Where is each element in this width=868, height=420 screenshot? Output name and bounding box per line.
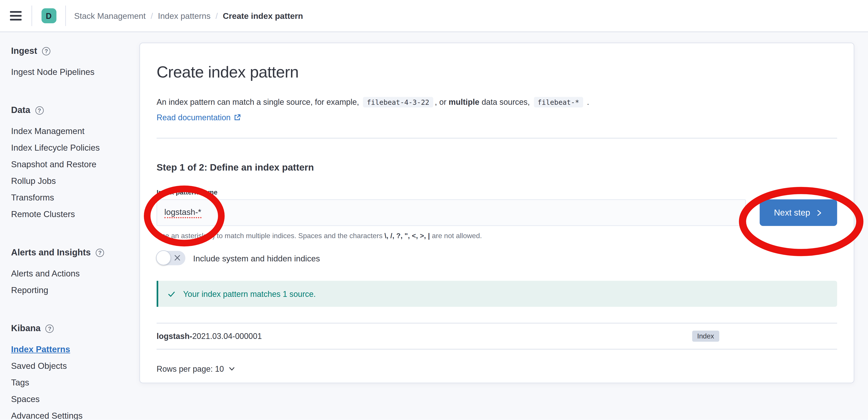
- sidebar-item-transforms[interactable]: Transforms: [11, 189, 140, 206]
- sidebar-section-title: Alerts and Insights: [11, 248, 91, 258]
- header-divider: [65, 5, 66, 26]
- code-example-wildcard: filebeat-*: [534, 97, 583, 108]
- sidebar-section-title: Ingest: [11, 46, 37, 56]
- index-pattern-input[interactable]: logstash-*: [157, 199, 746, 226]
- space-selector[interactable]: D: [32, 8, 65, 24]
- sidebar-item-reporting[interactable]: Reporting: [11, 282, 140, 299]
- sidebar-section-alerts-insights: Alerts and Insights ? Alerts and Actions…: [11, 247, 140, 299]
- code-example-single: filebeat-4-3-22: [363, 97, 433, 108]
- next-step-button[interactable]: Next step: [760, 199, 837, 226]
- matching-sources-table: logstash-2021.03.04-000001 Index: [157, 323, 837, 349]
- breadcrumb-separator: /: [216, 11, 218, 21]
- sidebar-item-spaces[interactable]: Spaces: [11, 391, 140, 408]
- create-index-pattern-panel: Create index pattern An index pattern ca…: [140, 43, 854, 384]
- index-pattern-form-row: logstash-* Next step: [157, 199, 837, 226]
- management-sidebar: Ingest ? Ingest Node Pipelines Data ? In…: [0, 32, 140, 420]
- read-documentation-label: Read documentation: [157, 113, 231, 122]
- app-header: D Stack Management / Index patterns / Cr…: [0, 0, 868, 32]
- rows-per-page-label: Rows per page: 10: [157, 364, 224, 373]
- sidebar-section-title: Data: [11, 105, 30, 115]
- check-icon: [167, 289, 176, 298]
- sidebar-item-snapshot-and-restore[interactable]: Snapshot and Restore: [11, 156, 140, 173]
- description-text: .: [585, 97, 589, 106]
- index-pattern-input-value: logstash-*: [164, 207, 202, 218]
- hamburger-icon: [10, 11, 22, 20]
- sidebar-item-advanced-settings[interactable]: Advanced Settings: [11, 408, 140, 420]
- sidebar-section-ingest: Ingest ? Ingest Node Pipelines: [11, 46, 140, 80]
- help-forbidden-chars: \, /, ?, ", <, >, |: [384, 231, 430, 240]
- space-avatar[interactable]: D: [41, 8, 56, 24]
- include-hidden-indices-toggle[interactable]: [157, 251, 185, 265]
- menu-button[interactable]: [0, 0, 32, 32]
- table-row[interactable]: logstash-2021.03.04-000001 Index: [157, 323, 837, 349]
- read-documentation-link[interactable]: Read documentation: [157, 113, 241, 122]
- cross-icon: [173, 254, 182, 262]
- help-icon[interactable]: ?: [35, 106, 43, 114]
- page-description: An index pattern can match a single sour…: [157, 96, 837, 109]
- sidebar-item-saved-objects[interactable]: Saved Objects: [11, 358, 140, 374]
- sidebar-item-ingest-node-pipelines[interactable]: Ingest Node Pipelines: [11, 64, 140, 80]
- input-help-text: Use an asterisk (*) to match multiple in…: [157, 231, 837, 240]
- sidebar-item-alerts-and-actions[interactable]: Alerts and Actions: [11, 265, 140, 282]
- help-icon[interactable]: ?: [96, 248, 104, 257]
- description-text: , or: [435, 97, 448, 106]
- help-text: Use an asterisk (: [157, 231, 210, 240]
- include-hidden-indices-row: Include system and hidden indices: [157, 251, 837, 265]
- external-link-icon: [234, 114, 241, 121]
- breadcrumb-stack-management[interactable]: Stack Management: [74, 11, 146, 21]
- sidebar-section-kibana: Kibana ? Index Patterns Saved Objects Ta…: [11, 323, 140, 420]
- sidebar-section-title: Kibana: [11, 324, 40, 333]
- sidebar-item-index-lifecycle-policies[interactable]: Index Lifecycle Policies: [11, 140, 140, 156]
- step-heading: Step 1 of 2: Define an index pattern: [157, 162, 837, 173]
- breadcrumb-index-patterns[interactable]: Index patterns: [158, 11, 211, 21]
- breadcrumb-current-page: Create index pattern: [223, 11, 303, 21]
- index-type-badge: Index: [692, 331, 719, 342]
- description-text: data sources,: [479, 97, 532, 106]
- sidebar-item-remote-clusters[interactable]: Remote Clusters: [11, 206, 140, 223]
- success-callout: Your index pattern matches 1 source.: [157, 281, 837, 307]
- index-name: logstash-2021.03.04-000001: [157, 332, 692, 341]
- breadcrumb-separator: /: [151, 11, 153, 21]
- chevron-down-icon: [228, 365, 236, 373]
- kibana-create-index-pattern-page: D Stack Management / Index patterns / Cr…: [0, 0, 868, 420]
- help-icon[interactable]: ?: [45, 324, 54, 333]
- next-step-label: Next step: [774, 208, 810, 218]
- include-hidden-indices-label: Include system and hidden indices: [193, 253, 320, 263]
- description-text: An index pattern can match a single sour…: [157, 97, 362, 106]
- index-name-match: logstash-: [157, 332, 192, 341]
- toggle-knob: [156, 250, 171, 265]
- help-text: are not allowed.: [430, 231, 482, 240]
- index-name-rest: 2021.03.04-000001: [192, 332, 262, 341]
- help-text: ) to match multiple indices. Spaces and …: [213, 231, 384, 240]
- chevron-right-icon: [816, 209, 823, 217]
- help-icon[interactable]: ?: [42, 47, 51, 55]
- sidebar-item-tags[interactable]: Tags: [11, 374, 140, 391]
- breadcrumb: Stack Management / Index patterns / Crea…: [74, 11, 303, 21]
- index-pattern-name-label: Index pattern name: [157, 188, 837, 196]
- page-title: Create index pattern: [157, 63, 837, 82]
- success-callout-text: Your index pattern matches 1 source.: [183, 289, 316, 298]
- rows-per-page-button[interactable]: Rows per page: 10: [157, 364, 236, 373]
- sidebar-item-index-patterns[interactable]: Index Patterns: [11, 341, 140, 358]
- section-divider: [157, 138, 837, 139]
- help-asterisk: *: [210, 231, 213, 240]
- sidebar-item-rollup-jobs[interactable]: Rollup Jobs: [11, 173, 140, 189]
- sidebar-item-index-management[interactable]: Index Management: [11, 123, 140, 140]
- description-bold: multiple: [448, 97, 479, 106]
- sidebar-section-data: Data ? Index Management Index Lifecycle …: [11, 105, 140, 223]
